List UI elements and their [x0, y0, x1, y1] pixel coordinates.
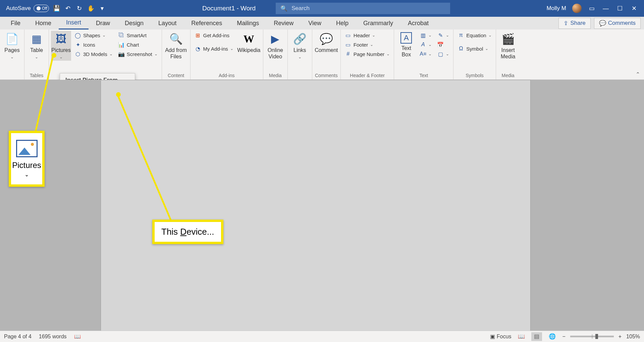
- date-time-button[interactable]: 📅: [435, 40, 451, 49]
- chart-button[interactable]: 📊Chart: [116, 40, 160, 49]
- text-box-button[interactable]: A Text Box: [396, 31, 416, 59]
- comments-button[interactable]: 💬 Comments: [594, 18, 641, 29]
- read-mode-button[interactable]: 📖: [516, 332, 527, 341]
- titlebar-center: Document1 - Word 🔍 Search: [106, 3, 547, 14]
- signature-button[interactable]: ✎⌄: [435, 31, 451, 40]
- online-video-button[interactable]: ▶ Online Video: [265, 31, 285, 61]
- object-button[interactable]: ▢⌄: [435, 50, 451, 58]
- autosave-label: AutoSave: [6, 5, 31, 12]
- date-icon: 📅: [437, 41, 444, 48]
- dropcap-icon: A≡: [420, 51, 426, 57]
- zoom-slider[interactable]: [570, 336, 614, 337]
- tab-help[interactable]: Help: [329, 17, 356, 29]
- tab-layout[interactable]: Layout: [151, 17, 184, 29]
- proofing-icon[interactable]: 📖: [74, 333, 81, 340]
- autosave-toggle[interactable]: AutoSave Off: [6, 5, 49, 12]
- group-header-footer: ▭Header⌄ ▭Footer⌄ #Page Number⌄ Header &…: [341, 30, 394, 79]
- add-from-files-button[interactable]: 🔍 Add from Files: [164, 31, 188, 61]
- chevron-down-icon: ⌄: [154, 52, 158, 56]
- toggle-knob-icon: [37, 6, 41, 10]
- zoom-thumb[interactable]: [595, 334, 598, 339]
- illustrations-col2: ⿻SmartArt 📊Chart 📷Screenshot⌄: [116, 31, 160, 58]
- zoom-out-button[interactable]: −: [562, 334, 565, 340]
- icons-button[interactable]: ✦Icons: [72, 40, 115, 49]
- search-input[interactable]: 🔍 Search: [276, 3, 450, 14]
- callout-device-label: This Device...: [161, 227, 214, 237]
- wordart-button[interactable]: A⌄: [418, 40, 434, 49]
- tab-grammarly[interactable]: Grammarly: [356, 17, 400, 29]
- share-button[interactable]: ⇪ Share: [558, 18, 590, 29]
- insert-media-button[interactable]: 🎬 Insert Media: [498, 31, 518, 61]
- footer-button[interactable]: ▭Footer⌄: [343, 40, 392, 49]
- tab-acrobat[interactable]: Acrobat: [400, 17, 436, 29]
- callout-this-device: This Device...: [152, 220, 223, 244]
- 3d-models-button[interactable]: ⬡3D Models⌄: [72, 50, 115, 58]
- autosave-state: Off: [42, 6, 47, 11]
- touch-mode-icon[interactable]: ✋: [87, 5, 95, 12]
- title-bar: AutoSave Off 💾 ↶ ↻ ✋ ▾ Document1 - Word …: [0, 0, 644, 17]
- tab-draw[interactable]: Draw: [89, 17, 117, 29]
- zoom-level[interactable]: 105%: [626, 334, 640, 340]
- maximize-icon[interactable]: ☐: [616, 4, 624, 12]
- comment-button[interactable]: 💬 Comment: [314, 31, 338, 55]
- chevron-down-icon: ⌄: [446, 33, 449, 38]
- page-info[interactable]: Page 4 of 4: [4, 334, 32, 340]
- user-name: Molly M: [546, 5, 566, 12]
- search-placeholder: Search: [291, 5, 310, 12]
- qat-dropdown-icon[interactable]: ▾: [99, 5, 106, 12]
- group-links: 🔗 Links ⌄ Links: [288, 30, 312, 79]
- smartart-button[interactable]: ⿻SmartArt: [116, 31, 160, 40]
- screenshot-button[interactable]: 📷Screenshot⌄: [116, 50, 160, 58]
- close-icon[interactable]: ✕: [630, 4, 638, 12]
- focus-mode-button[interactable]: ▣ Focus: [490, 333, 511, 340]
- print-layout-button[interactable]: ▤: [531, 332, 542, 341]
- shapes-button[interactable]: ◯Shapes⌄: [72, 31, 115, 40]
- save-icon[interactable]: 💾: [53, 5, 60, 12]
- table-button[interactable]: ▦ Table ⌄: [26, 31, 47, 61]
- chevron-down-icon: ⌄: [386, 52, 390, 56]
- tab-review[interactable]: Review: [266, 17, 301, 29]
- symbol-button[interactable]: ΩSymbol⌄: [455, 44, 493, 53]
- group-symbols-label: Symbols: [466, 72, 484, 79]
- page-number-button[interactable]: #Page Number⌄: [343, 50, 392, 58]
- titlebar-left: AutoSave Off 💾 ↶ ↻ ✋ ▾: [0, 5, 106, 12]
- my-addins-button[interactable]: ◔My Add-ins⌄: [193, 44, 235, 53]
- minimize-icon[interactable]: —: [602, 4, 610, 12]
- wikipedia-button[interactable]: W Wikipedia: [237, 31, 261, 55]
- addins-col: ⊞Get Add-ins ◔My Add-ins⌄: [193, 31, 235, 53]
- tab-insert[interactable]: Insert: [59, 17, 89, 30]
- avatar[interactable]: [572, 4, 582, 13]
- search-icon: 🔍: [280, 5, 287, 12]
- group-addins: ⊞Get Add-ins ◔My Add-ins⌄ W Wikipedia Ad…: [191, 30, 263, 79]
- group-tables-label: Tables: [30, 72, 43, 79]
- group-tables: ▦ Table ⌄ Tables: [24, 30, 49, 79]
- toggle-switch[interactable]: Off: [34, 5, 49, 12]
- quick-parts-button[interactable]: ▥⌄: [418, 31, 434, 40]
- chevron-down-icon: ⌄: [488, 33, 492, 38]
- group-media: ▶ Online Video Media: [263, 30, 288, 79]
- header-button[interactable]: ▭Header⌄: [343, 31, 392, 40]
- tab-references[interactable]: References: [184, 17, 229, 29]
- equation-button[interactable]: πEquation⌄: [455, 31, 493, 40]
- tab-view[interactable]: View: [301, 17, 329, 29]
- ribbon-display-icon[interactable]: ▭: [588, 4, 596, 12]
- symbol-icon: Ω: [458, 45, 464, 52]
- zoom-in-button[interactable]: +: [619, 334, 622, 340]
- links-button[interactable]: 🔗 Links ⌄: [290, 31, 310, 61]
- undo-icon[interactable]: ↶: [64, 5, 72, 12]
- word-count[interactable]: 1695 words: [39, 334, 67, 340]
- tab-home[interactable]: Home: [28, 17, 59, 29]
- file-search-icon: 🔍: [169, 32, 183, 46]
- drop-cap-button[interactable]: A≡⌄: [418, 50, 434, 58]
- get-addins-button[interactable]: ⊞Get Add-ins: [193, 31, 235, 40]
- web-layout-button[interactable]: 🌐: [547, 332, 557, 341]
- chart-icon: 📊: [118, 41, 125, 48]
- redo-icon[interactable]: ↻: [76, 5, 83, 12]
- collapse-ribbon-button[interactable]: ⌃: [636, 71, 640, 77]
- tab-design[interactable]: Design: [117, 17, 151, 29]
- table-label: Table: [30, 47, 43, 53]
- tab-file[interactable]: File: [3, 17, 28, 29]
- comment-label: Comment: [315, 47, 338, 53]
- tab-mailings[interactable]: Mailings: [229, 17, 266, 29]
- pages-button[interactable]: 📄 Pages ⌄: [2, 31, 22, 61]
